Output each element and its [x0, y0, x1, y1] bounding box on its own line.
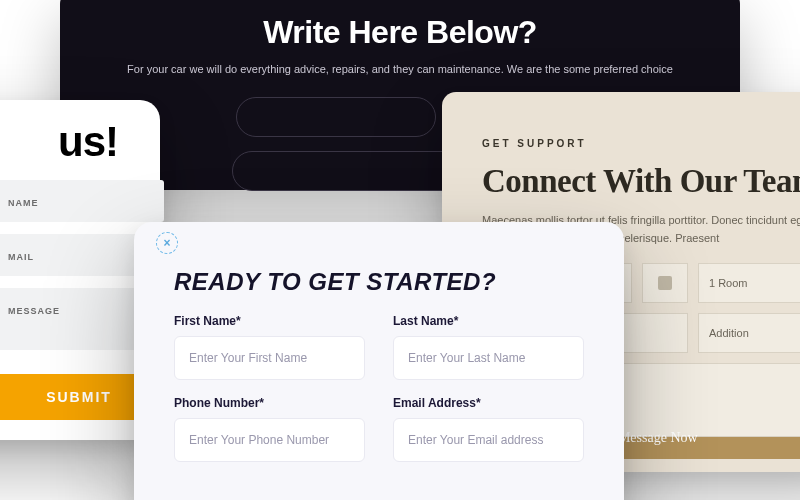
dark-hero-title: Write Here Below?: [100, 14, 700, 51]
close-icon: ×: [163, 236, 170, 250]
phone-label: Phone Number*: [174, 396, 365, 410]
rooms-select[interactable]: 1 Room: [698, 263, 800, 303]
name-input[interactable]: [236, 97, 436, 137]
get-started-title: READY TO GET STARTED?: [174, 268, 584, 296]
connect-phone-field[interactable]: [642, 263, 688, 303]
close-button[interactable]: ×: [156, 232, 178, 254]
last-name-input[interactable]: Enter Your Last Name: [393, 336, 584, 380]
contact-us-title-fragment: us!: [0, 118, 136, 166]
first-name-input[interactable]: Enter Your First Name: [174, 336, 365, 380]
dark-hero-subtitle: For your car we will do everything advic…: [100, 63, 700, 75]
connect-title: Connect With Our Team: [482, 163, 800, 200]
connect-eyebrow: GET SUPPORT: [482, 138, 800, 149]
email-address-input[interactable]: Enter Your Email address: [393, 418, 584, 462]
name-field[interactable]: NAME: [0, 180, 164, 222]
keypad-icon: [658, 276, 672, 290]
first-name-label: First Name*: [174, 314, 365, 328]
additional-select[interactable]: Addition: [698, 313, 800, 353]
last-name-label: Last Name*: [393, 314, 584, 328]
get-started-modal: × READY TO GET STARTED? First Name* Ente…: [134, 222, 624, 500]
phone-input[interactable]: Enter Your Phone Number: [174, 418, 365, 462]
email-label: Email Address*: [393, 396, 584, 410]
